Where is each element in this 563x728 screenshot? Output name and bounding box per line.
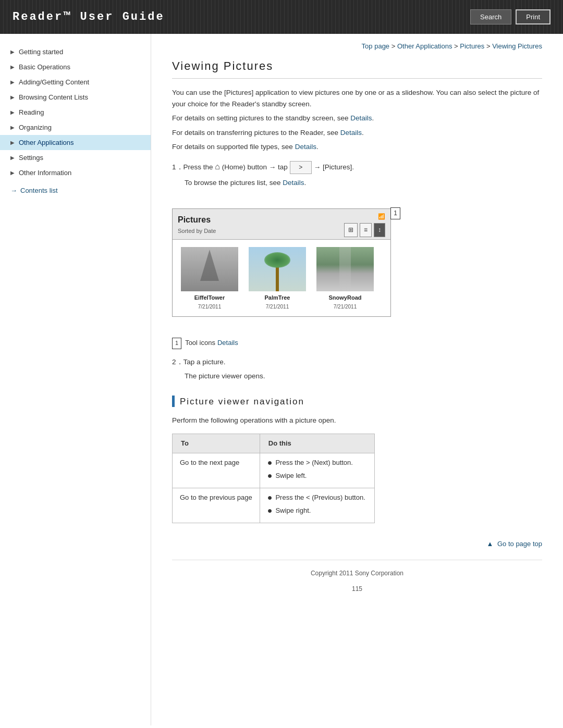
bullet-item-swipe-left: ● Swipe left.: [267, 471, 367, 482]
section-bar: [172, 396, 175, 407]
step1-sub: To browse the pictures list, see Details…: [185, 177, 542, 189]
eiffel-name: EiffelTower: [194, 293, 225, 303]
table-cell-next-action: ● Press the > (Next) button. ● Swipe lef…: [260, 453, 374, 488]
tool-icons-details-link[interactable]: Details: [217, 338, 238, 349]
arrow-icon: ▶: [10, 49, 15, 55]
arrow-icon: ▶: [10, 94, 15, 100]
arrow-icon: ▶: [10, 125, 15, 130]
sidebar-item-adding-content[interactable]: ▶ Adding/Getting Content: [0, 75, 151, 90]
go-to-top-link[interactable]: Go to page top: [497, 540, 542, 548]
print-button[interactable]: Print: [516, 9, 550, 24]
palm-date: 7/21/2011: [266, 303, 289, 311]
page-number: 115: [172, 584, 542, 594]
bullet-dot: ●: [267, 505, 273, 515]
table-row-prev: Go to the previous page ● Press the < (P…: [173, 488, 375, 523]
app-title: Reader™ User Guide: [13, 10, 165, 23]
details-link-3[interactable]: Details: [295, 143, 316, 151]
bullet-dot: ●: [267, 471, 273, 480]
table-cell-prev-action: ● Press the < (Previous) button. ● Swipe…: [260, 488, 374, 523]
line4: For details on supported file types, see…: [172, 141, 542, 153]
sidebar-item-other-information[interactable]: ▶ Other Information: [0, 165, 151, 180]
icon-buttons: ⊞ ≡ ↕: [344, 223, 385, 237]
sidebar-label-other-applications: Other Applications: [19, 139, 74, 146]
section2-intro: Perform the following operations with a …: [172, 415, 542, 426]
main-content: Top page > Other Applications > Pictures…: [151, 34, 563, 725]
sidebar-item-settings[interactable]: ▶ Settings: [0, 150, 151, 165]
header-buttons: Search Print: [470, 9, 550, 24]
bullet-item-prev-btn: ● Press the < (Previous) button.: [267, 492, 367, 503]
arrow-icon: ▶: [10, 79, 15, 85]
breadcrumb-viewing-pictures[interactable]: Viewing Pictures: [492, 42, 542, 50]
pictures-box-title: Pictures: [178, 213, 216, 227]
content-body: You can use the [Pictures] application t…: [172, 87, 542, 594]
sidebar-item-other-applications[interactable]: ▶ Other Applications: [0, 135, 151, 150]
bullet-dot: ●: [267, 458, 273, 467]
line4-text: For details on supported file types, see: [172, 143, 295, 151]
navigation-table: To Do this Go to the next page ● Press t…: [172, 434, 375, 523]
sidebar-item-getting-started[interactable]: ▶ Getting started: [0, 44, 151, 59]
road-date: 7/21/2011: [334, 303, 357, 311]
sort-btn[interactable]: ↕: [374, 223, 385, 237]
bullet-item-swipe-right: ● Swipe right.: [267, 505, 367, 516]
picture-item-eiffel: EiffelTower 7/21/2011: [181, 247, 238, 311]
details-link-4[interactable]: Details: [283, 179, 304, 187]
table-row-next: Go to the next page ● Press the > (Next)…: [173, 453, 375, 488]
arrow-icon: ▶: [10, 64, 15, 70]
home-icon: ⌂: [215, 162, 220, 171]
arrow-icon: ▶: [10, 170, 15, 176]
pictures-illustration: Pictures Sorted by Date 📶 ⊞ ≡ ↕: [172, 200, 391, 325]
number-badge-1: 1: [390, 207, 400, 219]
next-action-text: Press the > (Next) button.: [275, 458, 352, 468]
palm-thumbnail: [249, 247, 306, 291]
eiffel-thumbnail: [181, 247, 238, 291]
sidebar-item-organizing[interactable]: ▶ Organizing: [0, 120, 151, 135]
breadcrumb-other-apps[interactable]: Other Applications: [397, 42, 452, 50]
grid-view-btn[interactable]: ⊞: [344, 223, 358, 237]
picture-item-road: SnowyRoad 7/21/2011: [316, 247, 374, 311]
step1-sub-text: To browse the pictures list, see: [185, 179, 283, 187]
copyright: Copyright 2011 Sony Corporation: [172, 560, 542, 578]
bullet-dot: ●: [267, 492, 273, 502]
arrow-icon: ▶: [10, 155, 15, 161]
swipe-left-text: Swipe left.: [275, 471, 307, 482]
header: Reader™ User Guide Search Print: [0, 0, 563, 34]
sidebar-label-reading: Reading: [19, 108, 44, 116]
details-link-1[interactable]: Details: [350, 114, 372, 122]
sidebar-label-browsing-content: Browsing Content Lists: [19, 93, 88, 101]
arrow-icon: ▶: [10, 140, 15, 145]
search-button[interactable]: Search: [470, 9, 511, 24]
arrow-right-icon: →: [10, 187, 17, 194]
pictures-grid: EiffelTower 7/21/2011 PalmTree 7/21/2011…: [173, 240, 390, 316]
breadcrumb-top[interactable]: Top page: [362, 42, 390, 50]
bullet-item-next-btn: ● Press the > (Next) button.: [267, 458, 367, 468]
table-header-do-this: Do this: [260, 434, 374, 453]
signal-icon: 📶: [344, 212, 385, 221]
details-link-2[interactable]: Details: [340, 129, 362, 137]
sidebar-item-browsing-content[interactable]: ▶ Browsing Content Lists: [0, 90, 151, 105]
tap-box: >: [290, 161, 312, 174]
layout: ▶ Getting started ▶ Basic Operations ▶ A…: [0, 34, 563, 725]
line2-text: For details on setting pictures to the s…: [172, 114, 350, 122]
sidebar-label-basic-operations: Basic Operations: [19, 63, 70, 71]
page-title: Viewing Pictures: [172, 59, 542, 79]
road-thumbnail: [316, 247, 374, 291]
breadcrumb-pictures[interactable]: Pictures: [460, 42, 484, 50]
sidebar-item-reading[interactable]: ▶ Reading: [0, 105, 151, 120]
list-view-btn[interactable]: ≡: [360, 223, 372, 237]
breadcrumb-sep3: >: [486, 42, 492, 50]
table-cell-prev-label: Go to the previous page: [173, 488, 260, 523]
sidebar-label-getting-started: Getting started: [19, 48, 63, 56]
table-header-to: To: [173, 434, 260, 453]
eiffel-date: 7/21/2011: [198, 303, 222, 311]
sidebar-item-basic-operations[interactable]: ▶ Basic Operations: [0, 59, 151, 75]
contents-list-link[interactable]: → Contents list: [0, 180, 151, 194]
section-title: Picture viewer navigation: [180, 394, 304, 409]
pictures-box-right: 📶 ⊞ ≡ ↕: [344, 212, 385, 238]
pictures-box-title-area: Pictures Sorted by Date: [178, 213, 216, 236]
prev-action-text: Press the < (Previous) button.: [275, 492, 365, 503]
breadcrumb: Top page > Other Applications > Pictures…: [172, 42, 542, 50]
road-name: SnowyRoad: [329, 293, 362, 303]
breadcrumb-sep1: >: [391, 42, 397, 50]
table-cell-next-label: Go to the next page: [173, 453, 260, 488]
sidebar: ▶ Getting started ▶ Basic Operations ▶ A…: [0, 34, 151, 725]
